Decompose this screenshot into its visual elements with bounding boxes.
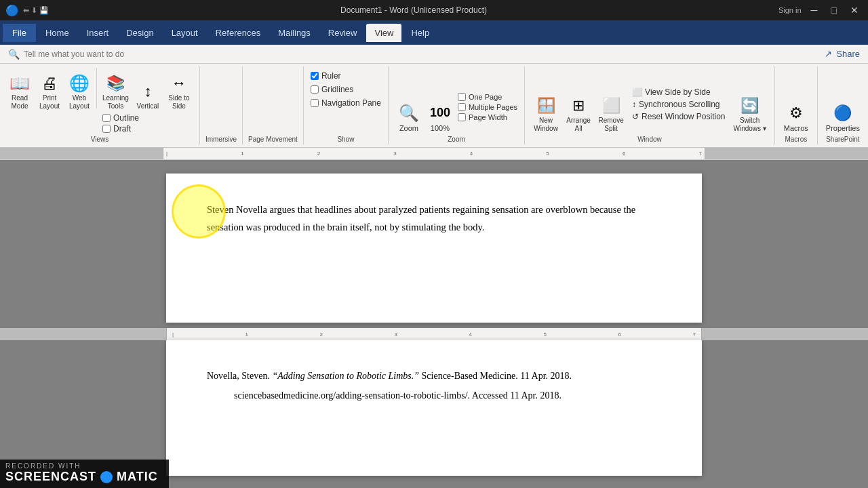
page-width-label: Page Width [469,113,507,121]
reset-window-button[interactable]: ↺Reset Window Position [629,111,728,122]
draft-label: Draft [113,124,131,134]
draft-checkbox[interactable]: Draft [101,123,194,134]
ruler-mark-2: 1 [245,331,248,338]
tab-help[interactable]: Help [403,24,437,42]
arrange-all-button[interactable]: ⊞ ArrangeAll [563,90,594,134]
properties-button[interactable]: 🔵 Properties [823,90,863,134]
tell-me-input[interactable] [24,49,186,59]
title-bar-title: Document1 - Word (Unlicensed Product) [340,5,487,15]
title-bar-controls: Sign in ─ □ ✕ [778,3,863,17]
zoom-icon: 🔍 [398,102,420,124]
ribbon: File Home Insert Design Layout Reference… [0,20,868,148]
tab-view[interactable]: View [366,24,401,42]
multiple-pages-checkbox[interactable]: Multiple Pages [456,102,519,112]
ruler-mark-2: 4 [469,331,472,338]
zoom-button[interactable]: 🔍 Zoom [394,90,424,134]
macros-group-label: Macros [785,136,807,143]
nav-pane-checkbox[interactable]: Navigation Pane [309,98,382,108]
tell-me-icon: 🔍 [8,49,20,60]
switch-windows-button[interactable]: 🔄 SwitchWindows ▾ [730,90,768,134]
properties-label: Properties [826,124,860,133]
watermark-brand: SCREENCAST MATIC [5,470,158,484]
zoom-100-label: 100% [431,124,450,133]
ruler-mark: 5 [546,150,549,157]
top-ruler: | 1 2 3 4 5 6 7 [0,148,868,160]
one-page-checkbox[interactable]: One Page [456,92,519,102]
watermark-recorded: RECORDED WITH [5,462,158,470]
new-window-icon: 🪟 [535,95,557,117]
document-area: Steven Novella argues that headlines abo… [0,160,868,488]
zoom-group-label: Zoom [448,136,465,143]
ribbon-body: 📖 ReadMode 🖨 PrintLayout 🌐 WebLayout [0,64,868,148]
views-group-label: Views [91,136,109,143]
learning-tools-button[interactable]: 📚 LearningTools [100,68,132,112]
page-1: Steven Novella argues that headlines abo… [166,174,702,323]
page-movement-group-label: Page Movement [248,136,298,143]
page-width-checkbox[interactable]: Page Width [456,113,519,122]
ruler-mark-2: | [172,331,174,338]
vertical-icon: ↕ [137,81,159,102]
page-2: Novella, Steven. “Adding Sensation to Ro… [166,340,702,476]
close-button[interactable]: ✕ [846,3,863,17]
read-mode-button[interactable]: 📖 ReadMode [5,68,34,112]
arrange-all-label: ArrangeAll [566,117,591,133]
title-bar: 🔵 ⬅ ⬇ 💾 Document1 - Word (Unlicensed Pro… [0,0,868,20]
zoom-100-button[interactable]: 100 100% [425,90,455,134]
watermark: RECORDED WITH SCREENCAST MATIC [0,460,169,488]
tab-references[interactable]: References [208,24,269,42]
tab-insert[interactable]: Insert [79,24,117,42]
ribbon-group-views: 📖 ReadMode 🖨 PrintLayout 🌐 WebLayout [0,66,200,144]
ruler-mark: 3 [393,150,396,157]
watermark-suffix: MATIC [117,470,158,484]
side-to-side-button[interactable]: ↔ Side toSide [164,68,194,112]
new-window-button[interactable]: 🪟 NewWindow [530,90,561,134]
page-gap [0,323,868,328]
ribbon-group-show: Ruler Gridlines Navigation Pane Show [304,66,389,144]
tab-layout[interactable]: Layout [163,24,206,42]
minimize-button[interactable]: ─ [807,3,822,17]
web-layout-button[interactable]: 🌐 WebLayout [65,68,94,112]
signin-label[interactable]: Sign in [778,6,802,14]
sync-scroll-button[interactable]: ↕Synchronous Scrolling [629,99,728,110]
zoom-label: Zoom [399,124,418,133]
vertical-button[interactable]: ↕ Vertical [133,68,163,112]
maximize-button[interactable]: □ [827,3,841,17]
macros-button[interactable]: ⚙ Macros [781,90,812,134]
ruler-mark-2: 2 [320,331,323,338]
arrange-all-icon: ⊞ [568,95,589,117]
tab-home[interactable]: Home [37,24,77,42]
tab-file[interactable]: File [3,24,36,42]
reset-window-icon: ↺ [632,112,639,121]
citation-author: Novella, Steven. [207,371,270,381]
print-layout-label: PrintLayout [39,94,60,110]
print-layout-button[interactable]: 🖨 PrintLayout [35,68,64,112]
remove-split-label: RemoveSplit [598,117,623,133]
macros-icon: ⚙ [785,102,807,124]
ribbon-group-zoom: 🔍 Zoom 100 100% One Page Multiple Pages … [389,66,525,144]
view-side-by-side-button[interactable]: ⬜View Side by Side [629,87,728,98]
ruler-checkbox[interactable]: Ruler [309,70,342,81]
ribbon-group-page-movement: Page Movement [243,66,304,144]
tab-design[interactable]: Design [118,24,161,42]
one-page-label: One Page [469,93,502,101]
view-sbs-icon: ⬜ [632,87,642,97]
ruler-mark: 2 [317,150,320,157]
remove-split-button[interactable]: ⬜ RemoveSplit [595,90,627,134]
read-mode-label: ReadMode [11,94,28,110]
tab-mailings[interactable]: Mailings [270,24,319,42]
paragraph-text[interactable]: Steven Novella argues that headlines abo… [207,201,661,236]
ruler-label: Ruler [321,71,341,81]
nav-pane-label: Navigation Pane [321,98,381,108]
vertical-label: Vertical [137,102,159,110]
tab-review[interactable]: Review [320,24,366,42]
share-button[interactable]: Share [836,49,860,59]
citation-journal: Science-Based Medicine. [422,371,518,381]
sync-scroll-icon: ↕ [632,100,636,109]
outline-checkbox[interactable]: Outline [101,113,194,123]
ribbon-group-sharepoint: 🔵 Properties SharePoint [818,66,868,144]
remove-split-icon: ⬜ [600,95,622,117]
ribbon-group-immersive: Immersive [200,66,243,144]
ribbon-group-window: 🪟 NewWindow ⊞ ArrangeAll ⬜ RemoveSplit [525,66,775,144]
citation-date: 11 Apr. 2018. [520,371,572,381]
gridlines-checkbox[interactable]: Gridlines [309,84,355,95]
